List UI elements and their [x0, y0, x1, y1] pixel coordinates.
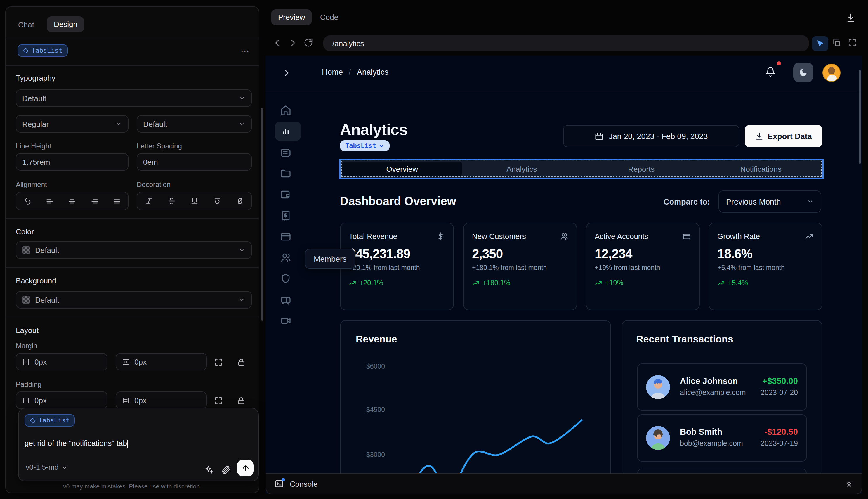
no-decoration-icon[interactable] — [236, 197, 244, 205]
wallet-icon[interactable] — [280, 189, 292, 200]
transaction-amount: +$350.00 — [762, 376, 798, 386]
transparency-swatch-icon — [22, 246, 30, 254]
tab-code[interactable]: Code — [320, 13, 338, 22]
users-icon[interactable] — [280, 252, 292, 264]
user-avatar[interactable] — [822, 64, 841, 82]
margin-y-input[interactable]: 0px — [116, 353, 207, 370]
composer-input[interactable]: get rid of the "notifications" tab — [25, 439, 128, 448]
decoration-toolbar — [137, 192, 252, 210]
italic-icon[interactable] — [145, 197, 153, 205]
align-left-icon[interactable] — [46, 197, 54, 205]
credit-card-icon[interactable] — [280, 231, 292, 243]
background-select[interactable]: Default — [16, 291, 252, 308]
date-range-button[interactable]: Jan 20, 2023 - Feb 09, 2023 — [563, 125, 740, 147]
transaction-row[interactable]: Bob Smith bob@example.com -$120.50 2023-… — [637, 414, 807, 462]
color-select[interactable]: Default — [16, 241, 252, 259]
tab-chat[interactable]: Chat — [18, 21, 34, 29]
console-label: Console — [290, 479, 318, 488]
padding-y-icon — [122, 397, 130, 404]
theme-toggle-button[interactable] — [793, 62, 813, 82]
tabs-list-selected: Overview Analytics Reports Notifications — [339, 159, 823, 179]
margin-x-input[interactable]: 0px — [16, 353, 108, 370]
lock-icon[interactable] — [237, 396, 246, 405]
receipt-icon[interactable] — [280, 210, 292, 221]
copy-icon[interactable] — [832, 38, 841, 47]
moon-icon — [798, 68, 808, 77]
sidebar-tooltip: Members — [305, 249, 356, 269]
underline-icon[interactable] — [190, 197, 198, 205]
expand-icon[interactable] — [214, 396, 223, 405]
export-data-button[interactable]: Export Data — [745, 125, 822, 147]
folder-icon[interactable] — [280, 168, 292, 179]
messages-icon[interactable] — [280, 294, 292, 306]
component-menu-button[interactable]: ⋯ — [241, 46, 251, 56]
tab-preview[interactable]: Preview — [271, 9, 312, 25]
divider — [6, 317, 259, 317]
strikethrough-icon[interactable] — [168, 197, 175, 205]
breadcrumb-current: Analytics — [357, 68, 388, 76]
fullscreen-icon[interactable] — [847, 38, 857, 47]
lock-icon[interactable] — [237, 357, 246, 367]
panel-scrollbar[interactable] — [261, 108, 263, 321]
console-bar[interactable]: Console — [266, 473, 862, 494]
align-justify-icon[interactable] — [113, 197, 121, 205]
model-select[interactable]: v0-1.5-md — [26, 463, 68, 472]
sparkles-icon[interactable] — [204, 465, 214, 474]
revenue-line-chart — [340, 321, 611, 494]
shield-icon[interactable] — [280, 273, 292, 284]
url-input[interactable]: /analytics — [323, 35, 809, 51]
transaction-row[interactable]: Alice Johnson alice@example.com +$350.00… — [637, 363, 807, 411]
preview-viewport: Home / Analytics Members Analytics TabsL… — [266, 56, 862, 494]
font-family-select[interactable]: Default — [16, 89, 252, 107]
compare-label: Compare to: — [664, 197, 710, 206]
send-button[interactable] — [237, 460, 253, 476]
inspect-button[interactable] — [812, 36, 828, 51]
tab-reports[interactable]: Reports — [582, 162, 701, 176]
bar-chart-icon[interactable] — [280, 126, 292, 137]
divider — [6, 65, 259, 66]
tab-overview[interactable]: Overview — [342, 162, 462, 176]
decoration-label: Decoration — [137, 181, 171, 189]
chevron-down-icon — [238, 120, 245, 127]
padding-x-input[interactable]: 0px — [16, 391, 108, 409]
undo-icon[interactable] — [23, 197, 32, 205]
transactions-card: Recent Transactions Alice Johnson alice@… — [621, 320, 822, 494]
breadcrumb-home[interactable]: Home — [322, 68, 343, 76]
padding-y-input[interactable]: 0px — [116, 391, 207, 409]
line-height-input[interactable]: 1.75rem — [16, 153, 128, 171]
chat-composer[interactable]: TabsList get rid of the "notifications" … — [18, 408, 259, 482]
inspect-cursor-icon — [816, 39, 824, 48]
back-icon[interactable] — [273, 39, 282, 47]
newspaper-icon[interactable] — [280, 147, 292, 158]
bell-icon[interactable] — [765, 66, 776, 77]
expand-icon[interactable] — [214, 357, 223, 367]
component-badge[interactable]: TabsList — [340, 140, 389, 151]
sidebar-toggle-icon[interactable] — [282, 68, 291, 77]
overline-icon[interactable] — [213, 197, 221, 205]
avatar — [646, 426, 670, 450]
calendar-icon — [595, 132, 604, 141]
terminal-icon — [274, 479, 284, 488]
align-right-icon[interactable] — [90, 197, 98, 205]
transparency-swatch-icon — [22, 296, 30, 304]
preview-scrollbar[interactable] — [859, 70, 861, 163]
refresh-icon[interactable] — [304, 38, 313, 47]
selected-component-chip[interactable]: TabsList — [17, 45, 68, 57]
download-icon[interactable] — [846, 13, 856, 23]
tab-notifications[interactable]: Notifications — [701, 162, 821, 176]
font-size-select[interactable]: Default — [137, 115, 252, 133]
compare-select[interactable]: Previous Month — [718, 191, 821, 213]
chevron-down-icon — [238, 296, 245, 303]
video-icon[interactable] — [280, 315, 292, 327]
composer-component-chip[interactable]: TabsList — [25, 414, 75, 427]
design-panel: Chat Design TabsList ⋯ Typography Defaul… — [5, 7, 259, 493]
font-weight-select[interactable]: Regular — [16, 115, 128, 133]
chevrons-up-icon[interactable] — [845, 480, 853, 488]
paperclip-icon[interactable] — [221, 464, 231, 474]
align-center-icon[interactable] — [68, 197, 76, 205]
tab-design[interactable]: Design — [47, 16, 84, 32]
tab-analytics[interactable]: Analytics — [462, 162, 582, 176]
forward-icon[interactable] — [288, 39, 297, 47]
letter-spacing-input[interactable]: 0em — [137, 153, 252, 171]
home-icon[interactable] — [280, 105, 292, 116]
